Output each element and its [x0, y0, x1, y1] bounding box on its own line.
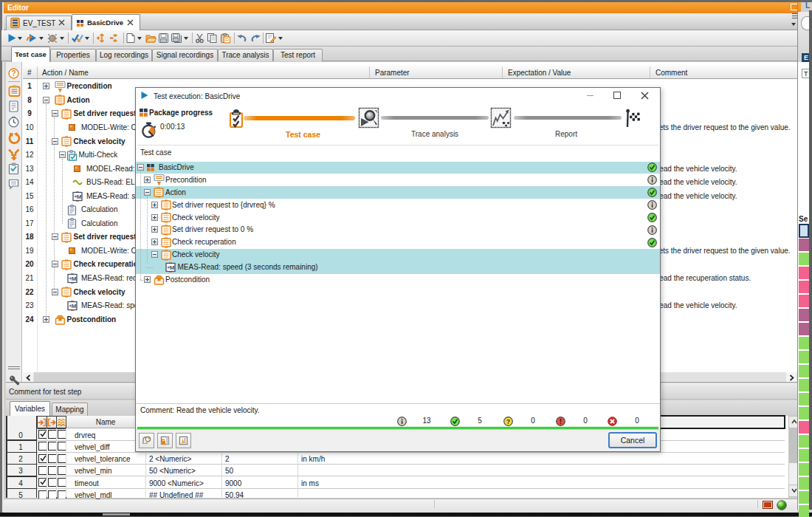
svg-text:M: M: [170, 264, 175, 271]
svg-text:?: ?: [506, 417, 511, 425]
